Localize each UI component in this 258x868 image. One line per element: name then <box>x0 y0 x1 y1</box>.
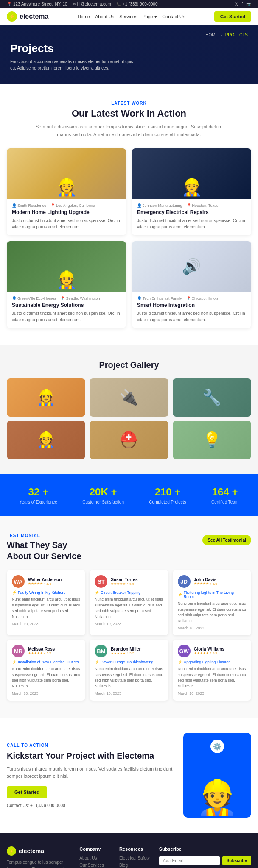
stat-projects: 210 + Completed Projects <box>149 486 186 504</box>
review-date-3: March 10, 2023 <box>178 626 246 630</box>
avatar-5: BM <box>95 645 107 657</box>
testimonial-card-1: WA Walter Anderson ★★★★★ 4.5/5 ⚡ Faulty … <box>7 570 85 635</box>
cta-image: ⚙️ 👷 <box>183 733 251 818</box>
footer-subscribe-button[interactable]: Subscribe <box>222 856 251 865</box>
reviewer-stars-3: ★★★★★ 4.5/5 <box>194 582 217 586</box>
instagram-icon[interactable]: 📷 <box>246 2 251 6</box>
reviewer-2: ST Susan Torres ★★★★★ 4.5/5 <box>95 575 163 588</box>
footer-link-services[interactable]: Our Services <box>79 863 112 868</box>
breadcrumb-separator: / <box>221 33 224 37</box>
hero-title: Projects <box>10 42 248 55</box>
see-all-testimonials-button[interactable]: See All Testimonial <box>202 535 251 545</box>
twitter-icon[interactable]: 𝕏 <box>235 2 238 6</box>
cta-phone-number[interactable]: +1 (333) 000-0000 <box>30 803 65 808</box>
stat-team-number: 164 + <box>211 486 238 498</box>
testimonials-section: TESTIMONIAL What They SayAbout Our Servi… <box>0 516 258 718</box>
project-meta-3: 👤 GreenVille Eco-Homes 📍 Seattle, Washin… <box>12 296 121 300</box>
project-meta-1: 👤 Smith Residence 📍 Los Angeles, Califor… <box>12 203 121 208</box>
gallery-image-6: 💡 <box>173 421 251 459</box>
nav-about[interactable]: About Us <box>95 14 114 19</box>
footer-resources-heading: Resources <box>119 846 152 851</box>
project-info-4: 👤 Tech Enthusiast Family 📍 Chicago, Illi… <box>132 292 251 328</box>
testimonials-tag: TESTIMONIAL <box>7 533 81 538</box>
gallery-item-4[interactable]: 👷 <box>7 421 85 459</box>
cta-content: CALL TO ACTION Kickstart Your Project wi… <box>7 743 177 808</box>
project-card-1[interactable]: 👤 Smith Residence 📍 Los Angeles, Califor… <box>7 148 126 235</box>
project-name-1: Modern Home Lighting Upgrade <box>12 209 121 215</box>
reviewer-3: JD John Davis ★★★★★ 4.5/5 <box>178 575 246 588</box>
footer-company-heading: Company <box>79 846 112 851</box>
footer-email-input[interactable] <box>159 856 220 865</box>
project-client-3: 👤 GreenVille Eco-Homes <box>12 296 56 300</box>
footer-link-about[interactable]: About Us <box>79 856 112 860</box>
navbar-get-started-button[interactable]: Get Started <box>214 11 251 22</box>
footer-resources-col: Resources Electrical Safety Blog Energy … <box>119 846 152 868</box>
project-location-4: 📍 Chicago, Illinois <box>186 296 219 300</box>
project-meta-2: 👤 Johnson Manufacturing 📍 Houston, Texas <box>137 203 246 208</box>
logo-text: electema <box>20 13 49 20</box>
cta-badge-icon: ⚙️ <box>210 740 224 753</box>
stat-team-label: Certified Team <box>211 500 238 504</box>
reviewer-name-2: Susan Torres <box>111 577 137 582</box>
review-text-1: Nunc enim tincidunt arcu arcu ut et risu… <box>12 597 80 620</box>
nav-page[interactable]: Page ▾ <box>142 14 157 19</box>
review-issue-6: ⚡ Upgrading Lighting Fixtures. <box>178 660 246 664</box>
latest-work-section: LATEST WORK Our Latest Work in Action Se… <box>0 84 258 345</box>
review-text-5: Nunc enim tincidunt arcu arcu ut et risu… <box>95 666 163 689</box>
nav-contact[interactable]: Contact Us <box>162 14 185 19</box>
review-text-3: Nunc enim tincidunt arcu arcu ut et risu… <box>178 601 246 624</box>
avatar-3: JD <box>178 575 191 588</box>
project-location-3: 📍 Seattle, Washington <box>60 296 100 300</box>
project-info-2: 👤 Johnson Manufacturing 📍 Houston, Texas… <box>132 199 251 235</box>
testimonials-title: What They SayAbout Our Service <box>7 540 81 562</box>
email[interactable]: ✉ hi@electema.com <box>73 2 111 6</box>
project-client-4: 👤 Tech Enthusiast Family <box>137 296 182 300</box>
gallery-image-4: 👷 <box>7 421 85 459</box>
project-name-3: Sustainable Energy Solutions <box>12 302 121 308</box>
logo[interactable]: ⚡ electema <box>7 11 49 22</box>
project-card-4[interactable]: 🔊 👤 Tech Enthusiast Family 📍 Chicago, Il… <box>132 241 251 328</box>
cta-get-started-button[interactable]: Get Started <box>7 786 47 798</box>
gallery-grid: 👷 🔌 🔧 👷 ⛑️ 💡 <box>7 378 251 459</box>
gallery-item-6[interactable]: 💡 <box>173 421 251 459</box>
gallery-item-3[interactable]: 🔧 <box>173 378 251 417</box>
stat-projects-label: Completed Projects <box>149 500 186 504</box>
reviewer-stars-5: ★★★★★ 4.5/5 <box>111 651 140 655</box>
facebook-icon[interactable]: f <box>241 2 243 6</box>
reviewer-6: GW Gloria Williams ★★★★★ 4.5/5 <box>178 645 246 657</box>
nav-home[interactable]: Home <box>78 14 90 19</box>
footer-logo-text: electema <box>19 848 44 854</box>
gallery-item-1[interactable]: 👷 <box>7 378 85 417</box>
project-meta-4: 👤 Tech Enthusiast Family 📍 Chicago, Illi… <box>137 296 246 300</box>
stat-satisfaction-number: 20K + <box>82 486 124 498</box>
latest-work-title: Our Latest Work in Action <box>7 108 251 119</box>
footer-brand-col: ⚡ electema Tempus congue tellus semper i… <box>7 846 73 868</box>
navbar: ⚡ electema Home About Us Services Page ▾… <box>0 8 258 25</box>
gallery-image-5: ⛑️ <box>90 421 168 459</box>
phone-topbar[interactable]: 📞 +1 (333) 900-0000 <box>116 2 158 6</box>
testimonials-header-content: TESTIMONIAL What They SayAbout Our Servi… <box>7 533 81 562</box>
project-image-2 <box>132 148 251 199</box>
breadcrumb-home[interactable]: HOME <box>205 33 218 37</box>
project-card-2[interactable]: 👤 Johnson Manufacturing 📍 Houston, Texas… <box>132 148 251 235</box>
hero-section: HOME / PROJECTS Projects Faucibus ut acc… <box>0 25 258 84</box>
reviewer-stars-4: ★★★★★ 4.5/5 <box>28 651 55 655</box>
stat-team: 164 + Certified Team <box>211 486 238 504</box>
testimonial-card-2: ST Susan Torres ★★★★★ 4.5/5 ⚡ Circuit Br… <box>90 570 168 635</box>
latest-work-description: Sem nulla dispissim arcu semper tempus t… <box>31 123 227 138</box>
footer-company-col: Company About Us Our Services Careers Ou… <box>79 846 112 868</box>
gallery-item-5[interactable]: ⛑️ <box>90 421 168 459</box>
cta-phone-label: Contact Us: <box>7 803 29 808</box>
footer-link-electrical-safety[interactable]: Electrical Safety <box>119 856 152 860</box>
avatar-4: MR <box>12 645 25 657</box>
gallery-image-3: 🔧 <box>173 378 251 417</box>
testimonials-header: TESTIMONIAL What They SayAbout Our Servi… <box>7 533 251 562</box>
gallery-item-2[interactable]: 🔌 <box>90 378 168 417</box>
testimonial-card-3: JD John Davis ★★★★★ 4.5/5 ⚡ Flickering L… <box>173 570 251 635</box>
project-desc-1: Justo dictumst tincidunt amet sed non su… <box>12 217 121 230</box>
nav-services[interactable]: Services <box>119 14 137 19</box>
footer-link-blog[interactable]: Blog <box>119 863 152 868</box>
avatar-2: ST <box>95 575 107 588</box>
project-card-3[interactable]: 👤 GreenVille Eco-Homes 📍 Seattle, Washin… <box>7 241 126 328</box>
footer-logo: ⚡ electema <box>7 846 73 856</box>
